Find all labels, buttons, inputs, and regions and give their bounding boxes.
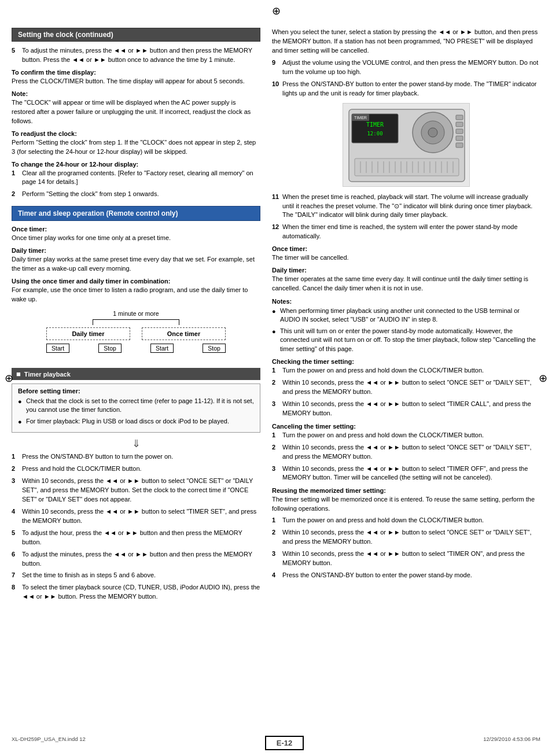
confirm-text: Press the CLOCK/TIMER button. The time d… bbox=[12, 77, 260, 86]
check-step-3-content: Within 10 seconds, press the ◄◄ or ►► bu… bbox=[282, 400, 540, 418]
svg-rect-9 bbox=[456, 115, 463, 120]
page: ⊕ ⊕ ⊕ Setting the clock (continued) 5 To… bbox=[0, 0, 552, 756]
step-9: 9 Adjust the volume using the VOLUME con… bbox=[272, 58, 540, 77]
step-12-content: When the timer end time is reached, the … bbox=[282, 223, 540, 241]
pb-step-7: 7 Set the time to finish as in steps 5 a… bbox=[12, 571, 260, 580]
note-bullet1-text: When performing timer playback using ano… bbox=[280, 307, 540, 324]
pb-step-4: 4 Within 10 seconds, press the ◄◄ or ►► … bbox=[12, 507, 260, 526]
cancel-step-1: 1 Turn the power on and press and hold d… bbox=[272, 431, 540, 440]
step8-text: When you select the tuner, select a stat… bbox=[272, 28, 540, 56]
diagram-start2: Start bbox=[150, 344, 174, 353]
reuse-step-1-content: Turn the power on and press and hold dow… bbox=[282, 516, 540, 525]
check-step-2: 2 Within 10 seconds, press the ◄◄ or ►► … bbox=[272, 378, 540, 397]
pb-step-6-content: To adjust the minutes, press the ◄◄ or ►… bbox=[22, 550, 260, 569]
pb-step-6: 6 To adjust the minutes, press the ◄◄ or… bbox=[12, 550, 260, 569]
cancel-step-1-num: 1 bbox=[272, 431, 280, 440]
diagram-stop1: Stop bbox=[98, 344, 122, 353]
note-bullet1: ● When performing timer playback using a… bbox=[272, 307, 540, 324]
pb-step-6-num: 6 bbox=[12, 550, 20, 569]
step-11: 11 When the preset time is reached, play… bbox=[272, 193, 540, 220]
svg-rect-12 bbox=[456, 136, 463, 141]
step-11-content: When the preset time is reached, playbac… bbox=[282, 193, 540, 220]
reuse-step-3-num: 3 bbox=[272, 550, 280, 568]
pb-step-2-num: 2 bbox=[12, 464, 20, 474]
pb-step-3-content: Within 10 seconds, press the ◄◄ or ►► bu… bbox=[22, 477, 260, 504]
combo-text: For example, use the once timer to liste… bbox=[12, 286, 260, 304]
step-11-num: 11 bbox=[272, 193, 280, 220]
section-timer-header: Timer and sleep operation (Remote contro… bbox=[12, 206, 260, 221]
right-column: When you select the tuner, select a stat… bbox=[272, 28, 540, 604]
reg-mark-top: ⊕ bbox=[272, 5, 281, 17]
reuse-step-4-content: Press the ON/STAND-BY button to enter th… bbox=[282, 571, 540, 580]
once-timer-heading: Once timer: bbox=[12, 226, 260, 233]
checking-heading: Checking the timer setting: bbox=[272, 358, 540, 365]
note-bullet2-text: This unit will turn on or enter the powe… bbox=[280, 327, 540, 353]
step-9-num: 9 bbox=[272, 58, 280, 77]
section-setting-clock-header: Setting the clock (continued) bbox=[12, 28, 260, 42]
pb-step-8: 8 To select the timer playback source (C… bbox=[12, 583, 260, 602]
reuse-step-3-content: Within 10 seconds, press the ◄◄ or ►► bu… bbox=[282, 550, 540, 568]
diagram-daily-box: Daily timer bbox=[46, 327, 130, 340]
pb-step-3-num: 3 bbox=[12, 477, 20, 504]
reusing-heading: Reusing the memorized timer setting: bbox=[272, 487, 540, 494]
pb-step-2: 2 Press and hold the CLOCK/TIMER button. bbox=[12, 464, 260, 474]
reg-mark-right: ⊕ bbox=[539, 372, 547, 385]
cancel-step-1-content: Turn the power on and press and hold dow… bbox=[282, 431, 540, 440]
cancel-step-3-content: Within 10 seconds, press the ◄◄ or ►► bu… bbox=[282, 464, 540, 483]
pb-step-1-num: 1 bbox=[12, 452, 20, 462]
pb-step-5: 5 To adjust the hour, press the ◄◄ or ►►… bbox=[12, 529, 260, 547]
combo-heading: Using the once timer and daily timer in … bbox=[12, 278, 260, 285]
step-10-content: Press the ON/STAND-BY button to enter th… bbox=[282, 80, 540, 98]
once-timer-end-text: The timer will be cancelled. bbox=[272, 253, 540, 263]
before-bullet1-text: Check that the clock is set to the corre… bbox=[26, 397, 254, 415]
change24-step1-content: Clear all the programed contents. [Refer… bbox=[22, 169, 260, 187]
left-column: Setting the clock (continued) 5 To adjus… bbox=[12, 28, 260, 604]
diagram-label-top: 1 minute or more bbox=[113, 310, 159, 317]
change24-step1-num: 1 bbox=[12, 169, 20, 187]
diagram-stop2: Stop bbox=[203, 344, 226, 353]
pb-step-2-content: Press and hold the CLOCK/TIMER button. bbox=[22, 464, 260, 474]
diagram-once-box: Once timer bbox=[142, 327, 226, 340]
change24-step2: 2 Perform "Setting the clock" from step … bbox=[12, 190, 260, 199]
pb-step-7-content: Set the time to finish as in steps 5 and… bbox=[22, 571, 260, 580]
daily-timer-text: Daily timer play works at the same prese… bbox=[12, 255, 260, 274]
timer-playback-header: ■ Timer playback bbox=[12, 368, 260, 380]
pb-step-4-content: Within 10 seconds, press the ◄◄ or ►► bu… bbox=[22, 507, 260, 526]
readjust-text: Perform "Setting the clock" from step 1.… bbox=[12, 138, 260, 157]
before-setting-box: Before setting timer: ● Check that the c… bbox=[12, 383, 260, 433]
pb-step-5-content: To adjust the hour, press the ◄◄ or ►► b… bbox=[22, 529, 260, 547]
step-5: 5 To adjust the minutes, press the ◄◄ or… bbox=[12, 46, 260, 65]
note-bullet2: ● This unit will turn on or enter the po… bbox=[272, 327, 540, 353]
note-heading: Note: bbox=[12, 90, 260, 97]
arrow-down: ⇓ bbox=[12, 437, 260, 450]
pb-step-8-num: 8 bbox=[12, 583, 20, 602]
check-step-1-num: 1 bbox=[272, 366, 280, 375]
confirm-heading: To confirm the time display: bbox=[12, 69, 260, 76]
page-bottom: XL-DH259P_USA_EN.indd 12 E-12 12/29/2010… bbox=[0, 736, 552, 750]
reuse-step-4-num: 4 bbox=[272, 571, 280, 580]
svg-rect-10 bbox=[456, 122, 463, 127]
cancel-step-3: 3 Within 10 seconds, press the ◄◄ or ►► … bbox=[272, 464, 540, 483]
step-12: 12 When the timer end time is reached, t… bbox=[272, 223, 540, 241]
step-5-content: To adjust the minutes, press the ◄◄ or ►… bbox=[22, 46, 260, 65]
timer-diagram: 1 minute or more Daily timer Once timer … bbox=[43, 310, 229, 362]
cancel-step-2: 2 Within 10 seconds, press the ◄◄ or ►► … bbox=[272, 443, 540, 462]
once-timer-end-heading: Once timer: bbox=[272, 245, 540, 252]
bullet-dot-1: ● bbox=[18, 397, 26, 406]
readjust-heading: To readjust the clock: bbox=[12, 130, 260, 137]
reg-mark-left: ⊕ bbox=[5, 372, 13, 385]
diagram-start1: Start bbox=[46, 344, 69, 353]
reuse-step-2-num: 2 bbox=[272, 528, 280, 547]
date-info: 12/29/2010 4:53:06 PM bbox=[483, 736, 540, 750]
note-text: The "CLOCK" will appear or time will be … bbox=[12, 98, 260, 126]
reuse-step-2-content: Within 10 seconds, press the ◄◄ or ►► bu… bbox=[282, 528, 540, 547]
pb-step-7-num: 7 bbox=[12, 571, 20, 580]
reuse-step-3: 3 Within 10 seconds, press the ◄◄ or ►► … bbox=[272, 550, 540, 568]
reuse-step-4: 4 Press the ON/STAND-BY button to enter … bbox=[272, 571, 540, 580]
reuse-step-2: 2 Within 10 seconds, press the ◄◄ or ►► … bbox=[272, 528, 540, 547]
svg-rect-11 bbox=[456, 129, 463, 134]
svg-rect-13 bbox=[456, 143, 463, 147]
before-bullet1: ● Check that the clock is set to the cor… bbox=[18, 397, 254, 415]
pb-step-3: 3 Within 10 seconds, press the ◄◄ or ►► … bbox=[12, 477, 260, 504]
file-info: XL-DH259P_USA_EN.indd 12 bbox=[12, 736, 86, 750]
